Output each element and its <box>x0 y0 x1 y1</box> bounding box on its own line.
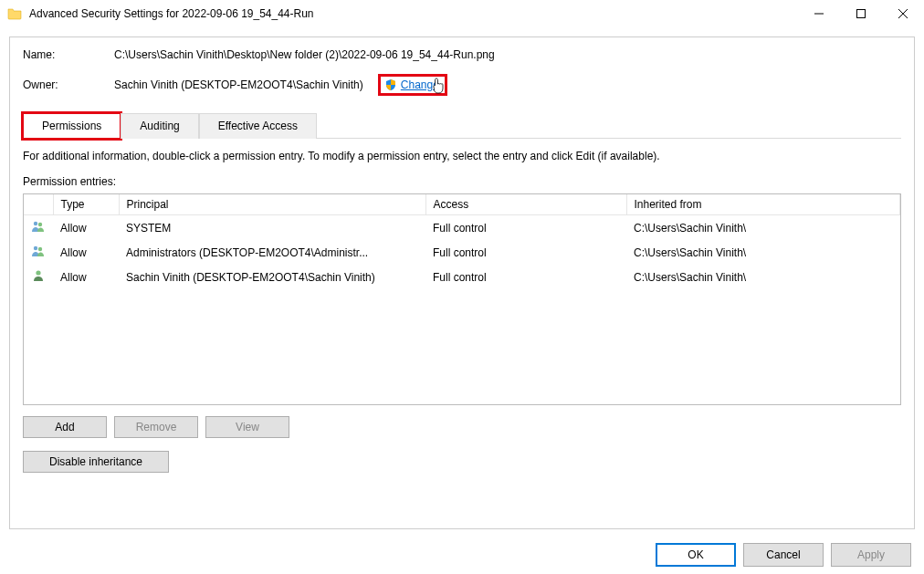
table-header-type[interactable]: Type <box>53 194 119 215</box>
owner-value: Sachin Vinith (DESKTOP-EM2OOT4\Sachin Vi… <box>114 78 363 91</box>
cell-access: Full control <box>425 265 626 289</box>
tab-permissions[interactable]: Permissions <box>23 113 121 139</box>
window-controls <box>798 0 924 27</box>
cell-type: Allow <box>53 240 119 265</box>
view-button[interactable]: View <box>205 416 289 438</box>
folder-icon <box>7 6 22 21</box>
cell-principal: SYSTEM <box>119 215 425 241</box>
add-button[interactable]: Add <box>23 416 107 438</box>
cell-inherited: C:\Users\Sachin Vinith\ <box>626 265 900 289</box>
cell-inherited: C:\Users\Sachin Vinith\ <box>626 215 900 241</box>
svg-rect-1 <box>857 9 866 17</box>
owner-row: Owner: Sachin Vinith (DESKTOP-EM2OOT4\Sa… <box>23 74 901 96</box>
permission-entries-table[interactable]: Type Principal Access Inherited from All… <box>23 193 901 405</box>
remove-button[interactable]: Remove <box>114 416 198 438</box>
titlebar: Advanced Security Settings for 2022-09-0… <box>0 0 924 27</box>
cell-access: Full control <box>425 215 626 241</box>
table-row[interactable]: AllowAdministrators (DESKTOP-EM2OOT4\Adm… <box>24 240 900 265</box>
change-owner-link[interactable]: Change <box>401 78 439 91</box>
tab-permissions-label: Permissions <box>42 120 101 132</box>
table-row[interactable]: AllowSachin Vinith (DESKTOP-EM2OOT4\Sach… <box>24 265 900 289</box>
maximize-button[interactable] <box>840 0 882 27</box>
name-row: Name: C:\Users\Sachin Vinith\Desktop\New… <box>23 48 901 61</box>
window-title: Advanced Security Settings for 2022-09-0… <box>29 7 314 20</box>
cell-access: Full control <box>425 240 626 265</box>
svg-point-6 <box>34 246 37 250</box>
tab-effective-access-label: Effective Access <box>218 120 298 132</box>
dialog-button-bar: OK Cancel Apply <box>0 527 924 574</box>
table-header-icon[interactable] <box>24 194 53 215</box>
tab-effective-access[interactable]: Effective Access <box>199 113 317 139</box>
table-row[interactable]: AllowSYSTEMFull controlC:\Users\Sachin V… <box>24 215 900 241</box>
help-text: For additional information, double-click… <box>23 150 901 162</box>
ok-button[interactable]: OK <box>656 543 736 567</box>
main-panel: Name: C:\Users\Sachin Vinith\Desktop\New… <box>9 37 915 529</box>
tab-auditing-label: Auditing <box>140 120 179 132</box>
table-header-inherited[interactable]: Inherited from <box>626 194 900 215</box>
name-value: C:\Users\Sachin Vinith\Desktop\New folde… <box>114 48 495 61</box>
user-icon <box>31 268 46 283</box>
svg-point-4 <box>34 222 37 225</box>
shield-icon <box>384 78 397 91</box>
change-link-highlight: Change <box>378 74 447 96</box>
permission-buttons-row: Add Remove View <box>23 416 901 438</box>
table-header-row: Type Principal Access Inherited from <box>24 194 900 215</box>
cell-principal: Administrators (DESKTOP-EM2OOT4\Administ… <box>119 240 425 265</box>
minimize-button[interactable] <box>798 0 840 27</box>
group-icon <box>31 244 46 258</box>
svg-point-7 <box>38 247 42 251</box>
group-icon <box>31 219 46 234</box>
tabs: Permissions Auditing Effective Access <box>23 112 901 139</box>
name-label: Name: <box>23 48 114 61</box>
cell-type: Allow <box>53 215 119 241</box>
disable-inheritance-button[interactable]: Disable inheritance <box>23 451 169 473</box>
cell-type: Allow <box>53 265 119 289</box>
cell-inherited: C:\Users\Sachin Vinith\ <box>626 240 900 265</box>
cancel-button[interactable]: Cancel <box>743 543 824 567</box>
tab-auditing[interactable]: Auditing <box>121 113 198 139</box>
cell-principal: Sachin Vinith (DESKTOP-EM2OOT4\Sachin Vi… <box>119 265 425 289</box>
svg-point-8 <box>36 270 40 275</box>
svg-point-5 <box>38 223 42 226</box>
table-header-principal[interactable]: Principal <box>119 194 425 215</box>
close-button[interactable] <box>882 0 924 27</box>
permission-entries-label: Permission entries: <box>23 175 901 188</box>
owner-label: Owner: <box>23 78 114 91</box>
apply-button[interactable]: Apply <box>831 543 911 567</box>
table-header-access[interactable]: Access <box>425 194 626 215</box>
